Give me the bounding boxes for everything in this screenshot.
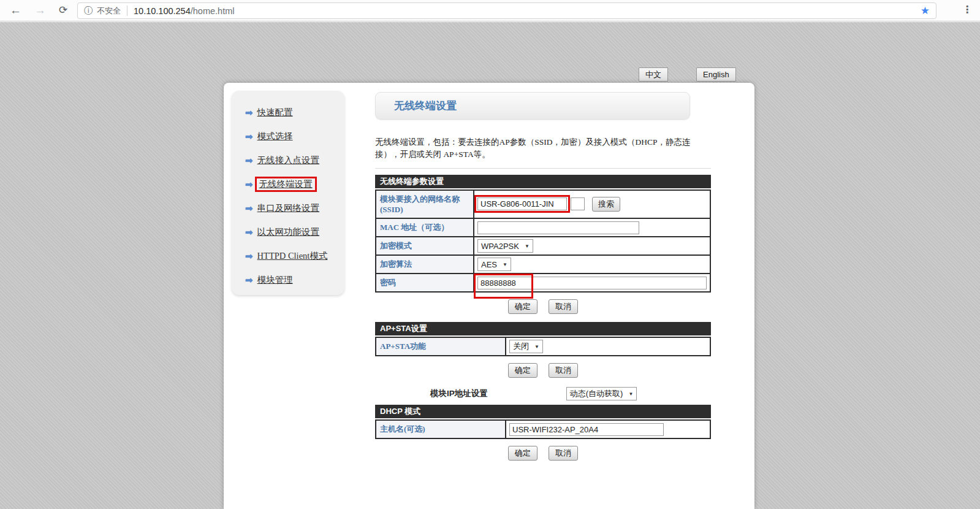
main-content: 无线终端设置 无线终端设置，包括：要去连接的AP参数（SSID，加密）及接入模式… [375,92,711,469]
module-ip-row: 模块IP地址设置 动态(自动获取)▼ [375,387,711,400]
ok-button[interactable]: 确定 [508,363,537,378]
encryption-mode-select[interactable]: WPA2PSK▼ [477,239,533,253]
dhcp-table: 主机名(可选) [375,419,711,439]
arrow-right-icon: ➡ [245,156,253,165]
info-icon[interactable]: ⓘ [84,6,93,17]
dhcp-table-header: DHCP 模式 [375,405,711,418]
language-english-button[interactable]: English [696,67,736,82]
arrow-right-icon: ➡ [245,132,253,141]
apsta-buttons-row: 确定 取消 [375,363,711,378]
sidebar-item-httpd-client[interactable]: ➡ HTTPD Client模式 [245,249,344,262]
sidebar-link[interactable]: 无线接入点设置 [257,155,320,166]
content-panel: ➡ 快速配置 ➡ 模式选择 ➡ 无线接入点设置 ➡ 无线终端设置 ➡ 串口及网络… [224,83,754,509]
address-bar[interactable]: ⓘ 不安全 10.10.100.254 /home.html ★ [77,2,936,19]
dropdown-arrow-icon: ▼ [628,391,633,397]
table-row: 主机名(可选) [376,420,710,438]
arrow-right-icon: ➡ [245,180,253,189]
apsta-function-select[interactable]: 关闭▼ [509,340,543,353]
hostname-input[interactable] [509,423,664,436]
table-row: 模块要接入的网络名称(SSID) 搜索 [376,190,710,218]
module-ip-label: 模块IP地址设置 [430,388,488,399]
browser-toolbar: ← → ⟳ ⓘ 不安全 10.10.100.254 /home.html ★ ⋮ [0,0,980,21]
arrow-right-icon: ➡ [245,108,253,117]
arrow-right-icon: ➡ [245,204,253,213]
reload-icon[interactable]: ⟳ [59,3,67,18]
table-row: 加密算法 AES▼ [376,255,710,274]
password-input[interactable] [477,277,707,289]
sidebar-item-mode-select[interactable]: ➡ 模式选择 [245,129,344,143]
page-title: 无线终端设置 [394,99,457,113]
dropdown-arrow-icon: ▼ [503,262,507,267]
sidebar-link[interactable]: 模式选择 [257,131,293,142]
search-button[interactable]: 搜索 [592,197,620,212]
cancel-button[interactable]: 取消 [549,299,578,314]
ssid-label: 模块要接入的网络名称(SSID) [376,190,474,218]
security-label: 不安全 [97,6,121,17]
sidebar-link[interactable]: 串口及网络设置 [257,202,320,214]
divider [375,168,711,169]
page-title-box: 无线终端设置 [375,92,690,120]
arrow-right-icon: ➡ [245,251,253,261]
url-path: /home.html [191,6,235,16]
sidebar-menu: ➡ 快速配置 ➡ 模式选择 ➡ 无线接入点设置 ➡ 无线终端设置 ➡ 串口及网络… [232,91,344,295]
table-row: AP+STA功能 关闭▼ [376,337,710,356]
table-row: 密码 [376,274,710,292]
sidebar-link[interactable]: 以太网功能设置 [257,226,320,238]
sidebar-link[interactable]: 模块管理 [257,274,293,286]
encryption-algorithm-select[interactable]: AES▼ [477,258,511,271]
annotation-red-box: 无线终端设置 [255,177,317,192]
page-description: 无线终端设置，包括：要去连接的AP参数（SSID，加密）及接入模式（DHCP，静… [375,136,710,160]
encryption-algorithm-label: 加密算法 [376,255,474,274]
apsta-table-header: AP+STA设置 [375,322,711,335]
page-background: 中文 English ➡ 快速配置 ➡ 模式选择 ➡ 无线接入点设置 ➡ 无线终… [0,22,980,509]
cancel-button[interactable]: 取消 [549,363,578,378]
ok-button[interactable]: 确定 [508,299,537,314]
module-ip-select[interactable]: 动态(自动获取)▼ [566,387,637,400]
language-chinese-button[interactable]: 中文 [639,67,668,82]
sta-table-header: 无线终端参数设置 [375,175,711,188]
table-row: 加密模式 WPA2PSK▼ [376,237,710,255]
mac-input[interactable] [477,221,639,234]
cancel-button[interactable]: 取消 [549,446,578,461]
bookmark-star-icon[interactable]: ★ [921,4,930,17]
address-divider [127,6,127,16]
apsta-table: AP+STA功能 关闭▼ [375,337,711,356]
sidebar-item-sta-settings[interactable]: ➡ 无线终端设置 [245,177,344,191]
arrow-right-icon: ➡ [245,228,253,237]
ok-button[interactable]: 确定 [508,446,537,461]
mac-label: MAC 地址（可选） [376,218,474,237]
encryption-mode-label: 加密模式 [376,237,474,255]
sidebar-item-ethernet-settings[interactable]: ➡ 以太网功能设置 [245,225,344,239]
sidebar-link-active[interactable]: 无线终端设置 [259,179,313,189]
browser-menu-icon[interactable]: ⋮ [962,4,972,15]
ssid-input[interactable] [477,197,567,210]
sidebar-item-module-management[interactable]: ➡ 模块管理 [245,273,344,286]
dhcp-buttons-row: 确定 取消 [375,446,711,461]
forward-icon[interactable]: → [34,3,46,18]
url-host: 10.10.100.254 [134,6,191,16]
dropdown-arrow-icon: ▼ [534,344,539,350]
sidebar-item-quick-config[interactable]: ➡ 快速配置 [245,105,344,119]
back-icon[interactable]: ← [10,3,21,18]
sidebar-item-uart-settings[interactable]: ➡ 串口及网络设置 [245,201,344,215]
hostname-label: 主机名(可选) [376,420,506,438]
sidebar-item-ap-settings[interactable]: ➡ 无线接入点设置 [245,153,344,167]
table-row: MAC 地址（可选） [376,218,710,237]
dropdown-arrow-icon: ▼ [525,243,530,249]
password-label: 密码 [376,274,474,292]
sidebar-link[interactable]: HTTPD Client模式 [257,250,328,262]
apsta-function-label: AP+STA功能 [376,337,506,356]
sta-buttons-row: 确定 取消 [375,299,711,314]
sta-params-table: 模块要接入的网络名称(SSID) 搜索 MAC 地址（可选） 加密模式 WPA2… [375,189,711,293]
arrow-right-icon: ➡ [245,275,253,285]
ssid-aux-input[interactable] [571,197,585,210]
sidebar-link[interactable]: 快速配置 [257,107,293,118]
